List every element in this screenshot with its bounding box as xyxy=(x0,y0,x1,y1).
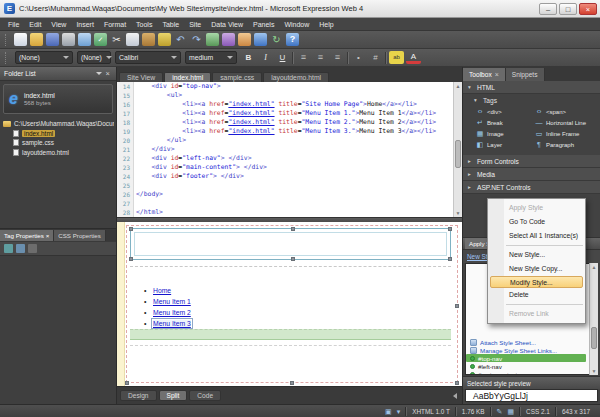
toolbox-item-horizontal-line[interactable]: ―Horizontal Line xyxy=(535,117,594,128)
view-tab-code[interactable]: Code xyxy=(189,390,221,401)
menu-window[interactable]: Window xyxy=(279,18,314,31)
toolbox-item-paragraph[interactable]: ¶Paragraph xyxy=(535,139,594,150)
top-nav-div-outline[interactable] xyxy=(130,228,451,260)
toolbox-item-break[interactable]: ↵Break xyxy=(476,117,535,128)
style-application-caret-icon[interactable]: ▾ xyxy=(397,406,401,417)
context-menu-new-style[interactable]: New Style... xyxy=(488,248,585,262)
categorized-icon[interactable] xyxy=(4,244,13,253)
selection-handle[interactable] xyxy=(291,257,295,261)
insert-layer-icon[interactable] xyxy=(222,33,235,46)
collapse-panel-icon[interactable] xyxy=(453,393,457,399)
redo-icon[interactable]: ↷ xyxy=(190,33,203,46)
toolbox-section-tags[interactable]: ▾Tags xyxy=(463,94,600,106)
menu-view[interactable]: View xyxy=(46,18,71,31)
style-main-content[interactable]: #main-content xyxy=(466,370,586,375)
paste-icon[interactable] xyxy=(142,33,155,46)
toolbox-section-form-controls[interactable]: ▸Form Controls xyxy=(463,155,600,168)
tab-sample-css[interactable]: sample.css xyxy=(212,72,262,82)
tab-snippets[interactable]: Snippets xyxy=(506,68,545,81)
save-icon[interactable] xyxy=(46,33,59,46)
bold-button[interactable]: B xyxy=(241,51,256,64)
close-button[interactable]: × xyxy=(579,3,597,15)
toolbox-section-media[interactable]: ▸Media xyxy=(463,168,600,181)
doctype-status[interactable]: XHTML 1.0 T xyxy=(412,408,450,415)
selection-handle[interactable] xyxy=(129,227,133,231)
maximize-button[interactable]: □ xyxy=(559,3,577,15)
insert-picture-icon[interactable] xyxy=(238,33,251,46)
insert-table-icon[interactable] xyxy=(206,33,219,46)
cut-icon[interactable]: ✂ xyxy=(110,33,123,46)
menu-format[interactable]: Format xyxy=(99,18,131,31)
toolbox-item-layer[interactable]: ◧Layer xyxy=(476,139,535,150)
align-center-button[interactable]: ≡ xyxy=(313,51,328,64)
alphabetical-icon[interactable] xyxy=(16,244,25,253)
tree-file-index-html[interactable]: index.html xyxy=(3,129,114,139)
tab-index-html[interactable]: index.html xyxy=(164,72,211,82)
chevron-down-icon[interactable] xyxy=(96,72,102,75)
design-link-home[interactable]: Home xyxy=(153,287,171,294)
menu-edit[interactable]: Edit xyxy=(24,18,46,31)
scroll-down-icon[interactable]: ▼ xyxy=(454,209,462,217)
toolbar-grip[interactable] xyxy=(5,34,8,46)
design-link-menu-item-3[interactable]: Menu Item 3 xyxy=(153,320,191,327)
tab-site-view[interactable]: Site View xyxy=(119,72,163,82)
scrollbar-thumb[interactable] xyxy=(455,140,461,168)
font-size-dropdown[interactable]: medium xyxy=(185,51,237,64)
print-icon[interactable] xyxy=(62,33,75,46)
highlight-button[interactable]: ab xyxy=(389,51,404,64)
styles-scrollbar[interactable]: ▲ ▼ xyxy=(589,263,598,375)
scroll-up-icon[interactable]: ▲ xyxy=(454,82,462,90)
toolbox-item-inline-frame[interactable]: ▭Inline Frame xyxy=(535,128,594,139)
open-folder-icon[interactable] xyxy=(30,33,43,46)
selection-handle[interactable] xyxy=(125,381,129,385)
code-scrollbar[interactable]: ▲ ▼ xyxy=(453,82,462,217)
grid-icon[interactable]: ▦ xyxy=(507,406,514,417)
scrollbar-thumb[interactable] xyxy=(591,327,597,349)
toolbox-section-asp-net-controls[interactable]: ▸ASP.NET Controls xyxy=(463,181,600,194)
help-icon[interactable]: ? xyxy=(286,33,299,46)
scroll-down-icon[interactable]: ▼ xyxy=(590,367,598,375)
close-icon[interactable]: × xyxy=(495,68,499,81)
view-tab-split[interactable]: Split xyxy=(159,390,188,401)
selection-handle[interactable] xyxy=(291,227,295,231)
spelling-icon[interactable]: ✓ xyxy=(94,33,107,46)
pencil-icon[interactable]: ✎ xyxy=(497,406,503,417)
visual-aids-icon[interactable]: ▣ xyxy=(385,406,392,417)
manage-style-sheet-links-link[interactable]: Manage Style Sheet Links... xyxy=(466,346,586,354)
design-link-menu-item-1[interactable]: Menu Item 1 xyxy=(153,298,191,305)
context-menu-delete[interactable]: Delete xyxy=(488,288,585,302)
tree-root-folder[interactable]: C:\Users\Muhammad.Waqas\Document xyxy=(3,119,114,129)
menu-tools[interactable]: Tools xyxy=(131,18,157,31)
underline-button[interactable]: U xyxy=(275,51,290,64)
selection-handle[interactable] xyxy=(448,257,452,261)
context-menu-go-to-code[interactable]: Go To Code xyxy=(488,215,585,229)
align-right-button[interactable]: ≡ xyxy=(330,51,345,64)
tree-file-sample-css[interactable]: sample.css xyxy=(3,138,114,148)
context-menu-select-all-1-instance-s[interactable]: Select All 1 Instance(s) xyxy=(488,229,585,243)
menu-file[interactable]: File xyxy=(3,18,24,31)
toolbar-grip[interactable] xyxy=(5,52,8,64)
toolbox-item-div[interactable]: ‹›<div> xyxy=(476,106,535,117)
code-view[interactable]: 14 <div id="top-nav">15 <ul>16 <li><a hr… xyxy=(117,82,462,217)
style-secondary-dropdown[interactable]: (None) xyxy=(77,51,111,64)
menu-site[interactable]: Site xyxy=(184,18,206,31)
close-icon[interactable]: × xyxy=(46,232,50,239)
menu-table[interactable]: Table xyxy=(157,18,184,31)
new-document-icon[interactable] xyxy=(14,33,27,46)
design-link-menu-item-2[interactable]: Menu Item 2 xyxy=(153,309,191,316)
selection-handle[interactable] xyxy=(455,381,459,385)
list-numbering-button[interactable]: # xyxy=(368,51,383,64)
undo-icon[interactable]: ↶ xyxy=(174,33,187,46)
context-menu-new-style-copy[interactable]: New Style Copy... xyxy=(488,262,585,276)
show-set-properties-icon[interactable] xyxy=(28,244,37,253)
style-top-nav[interactable]: #top-nav xyxy=(466,354,586,362)
context-menu-modify-style[interactable]: Modify Style... xyxy=(490,276,583,288)
menu-help[interactable]: Help xyxy=(314,18,338,31)
toolbox-section-html[interactable]: ▾HTML xyxy=(463,81,600,94)
tab-toolbox[interactable]: Toolbox× xyxy=(463,68,506,81)
scroll-up-icon[interactable]: ▲ xyxy=(590,263,598,271)
copy-icon[interactable] xyxy=(126,33,139,46)
view-tab-design[interactable]: Design xyxy=(120,390,157,401)
style-dropdown[interactable]: (None) xyxy=(15,51,73,64)
italic-button[interactable]: I xyxy=(258,51,273,64)
